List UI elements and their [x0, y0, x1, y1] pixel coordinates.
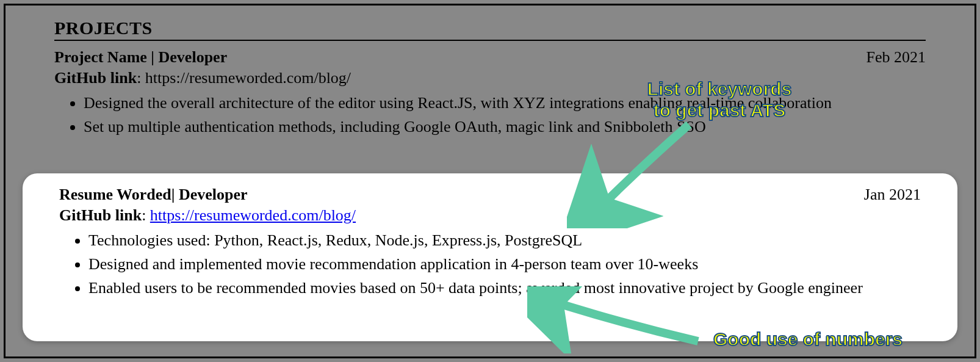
highlight-card: Resume Worded| Developer Jan 2021 GitHub… [23, 173, 957, 341]
project-2-date: Jan 2021 [864, 186, 921, 204]
project-1-title: Project Name | Developer [54, 48, 227, 67]
github-label-2: GitHub link [59, 206, 142, 224]
list-item: Enabled users to be recommended movies b… [88, 277, 921, 299]
list-item: Designed and implemented movie recommend… [88, 253, 921, 275]
project-1-date: Feb 2021 [867, 48, 926, 67]
callout-bottom: Good use of numbers [692, 329, 924, 350]
callout-top: List of keywords to get past ATS [640, 79, 799, 121]
projects-section: PROJECTS Project Name | Developer Feb 20… [5, 5, 975, 153]
section-title: PROJECTS [54, 18, 926, 41]
github-url-1: https://resumeworded.com/blog/ [145, 69, 351, 87]
list-item: Designed the overall architecture of the… [84, 92, 926, 114]
github-label-1: GitHub link [54, 69, 137, 87]
list-item: Technologies used: Python, React.js, Red… [88, 230, 921, 251]
project-1-bullets: Designed the overall architecture of the… [84, 92, 926, 137]
project-2-bullets: Technologies used: Python, React.js, Red… [88, 230, 921, 299]
document-frame: PROJECTS Project Name | Developer Feb 20… [4, 4, 976, 358]
github-link-2[interactable]: https://resumeworded.com/blog/ [150, 206, 356, 224]
project-2-title: Resume Worded| Developer [59, 186, 248, 204]
list-item: Set up multiple authentication methods, … [84, 116, 926, 137]
